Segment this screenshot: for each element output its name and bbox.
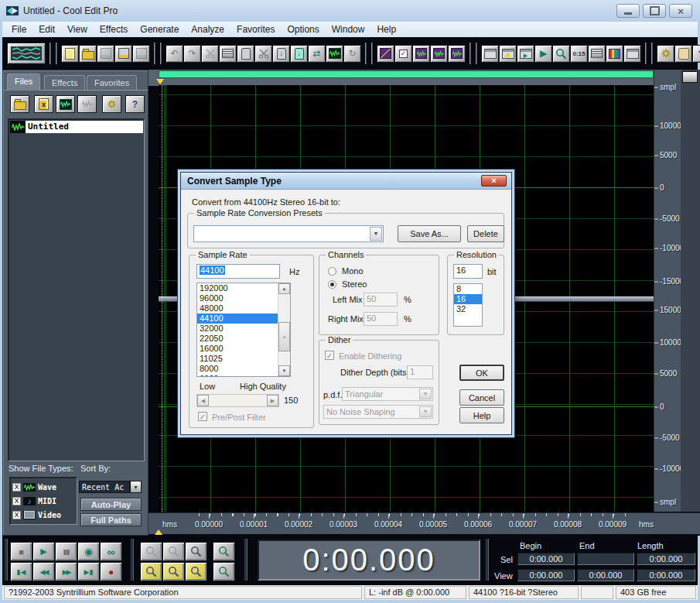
sort-dropdown-arrow[interactable]: ▼	[130, 481, 142, 493]
repeat-last-button[interactable]: ↻	[343, 45, 361, 63]
play-looped-button[interactable]: ◉	[77, 542, 100, 561]
list-option[interactable]: 16000	[197, 344, 290, 354]
spectral-view-button[interactable]	[377, 45, 394, 63]
list-option-selected[interactable]: 16	[454, 294, 482, 304]
help-button[interactable]: Help	[459, 407, 504, 423]
scroll-up-button[interactable]: ▲	[278, 283, 290, 294]
empty-window-button[interactable]	[623, 45, 641, 63]
tab-effects[interactable]: Effects	[44, 75, 85, 91]
zoom-full-button[interactable]	[185, 542, 207, 561]
list-option[interactable]: 96000	[197, 293, 290, 303]
zoom-sel-left-button[interactable]	[162, 562, 185, 581]
list-option[interactable]: 32000	[197, 324, 290, 334]
time-ruler[interactable]: hms 0.00000 0.00001 0.00002 0.00003 0.00…	[149, 512, 700, 534]
fast-forward-button[interactable]: ▶▶	[55, 562, 77, 581]
filter-midi-row[interactable]: X ♪ MIDI	[12, 494, 75, 508]
view-end-field[interactable]: 0:00.000	[577, 569, 634, 581]
resolution-input[interactable]: 16	[453, 264, 483, 279]
dialog-title-bar[interactable]: Convert Sample Type	[181, 173, 511, 190]
minimize-button[interactable]	[616, 4, 640, 18]
sample-rate-input[interactable]: 44100	[196, 264, 280, 279]
organizer-help-button[interactable]: ?	[125, 95, 145, 113]
open-file-button[interactable]	[79, 45, 97, 63]
edit-both-channels-button[interactable]	[448, 45, 466, 63]
save-as-button[interactable]	[114, 45, 132, 63]
zoom-sel-right-button[interactable]	[185, 562, 207, 581]
presets-combobox[interactable]: ▼	[193, 225, 384, 242]
dither-depth-input[interactable]: 1	[407, 365, 433, 379]
scripts-button[interactable]	[674, 45, 692, 63]
video-checkbox[interactable]: X	[12, 511, 21, 519]
maximize-button[interactable]	[643, 4, 666, 18]
play-list-button[interactable]: ▶	[517, 45, 534, 63]
menu-view[interactable]: View	[61, 22, 94, 36]
settings-button[interactable]	[657, 45, 674, 63]
zoom-in-button[interactable]	[140, 542, 162, 561]
combo-dropdown-icon[interactable]: ▼	[419, 389, 432, 399]
edit-right-channel-button[interactable]	[430, 45, 448, 63]
slider-left-arrow[interactable]: ◀	[197, 395, 209, 406]
save-as-button[interactable]: Save As...	[398, 225, 461, 242]
sel-begin-field[interactable]: 0:00.000	[517, 553, 575, 565]
trim-button[interactable]	[201, 45, 219, 63]
copy-button[interactable]	[237, 45, 254, 63]
sort-by-dropdown[interactable]: Recent Ac	[79, 481, 130, 493]
organizer-options-button[interactable]	[102, 95, 121, 113]
insert-wave-button[interactable]	[77, 95, 97, 113]
cue-list-button[interactable]	[481, 45, 499, 63]
slider-right-arrow[interactable]: ▶	[267, 395, 278, 406]
menu-help[interactable]: Help	[370, 22, 402, 36]
scroll-down-button[interactable]: ▼	[278, 365, 290, 376]
title-bar[interactable]: Untitled - Cool Edit Pro ×	[0, 0, 700, 22]
close-button[interactable]: ×	[669, 4, 692, 18]
menu-edit[interactable]: Edit	[32, 22, 61, 36]
view-length-field[interactable]: 0:00.000	[637, 569, 695, 581]
list-option[interactable]: 8000	[197, 364, 290, 374]
view-begin-field[interactable]: 0:00.000	[517, 569, 575, 581]
record-button[interactable]: ●	[100, 562, 122, 581]
loop-button[interactable]: ∞	[100, 542, 122, 561]
left-mix-input[interactable]: 50	[364, 293, 398, 307]
stereo-radio[interactable]	[328, 280, 336, 289]
list-option[interactable]: 192000	[197, 283, 290, 293]
undo-button[interactable]: ↶	[166, 45, 183, 63]
play-button[interactable]: ▶	[32, 542, 55, 561]
playhead-marker-bottom[interactable]	[155, 529, 162, 535]
combo-dropdown-icon[interactable]: ▼	[419, 406, 432, 417]
rewind-button[interactable]: ◀◀	[32, 562, 55, 581]
organizer-close-file-button[interactable]: x	[34, 95, 53, 113]
full-paths-button[interactable]: Full Paths	[80, 513, 142, 526]
play-toolbar-button[interactable]: ▶	[534, 45, 552, 63]
menu-analyze[interactable]: Analyze	[185, 22, 230, 36]
organizer-open-file-button[interactable]	[10, 95, 29, 113]
quality-slider[interactable]: ◀ ▶	[196, 394, 279, 407]
menu-options[interactable]: Options	[281, 22, 325, 36]
frequency-analysis-button[interactable]	[499, 45, 517, 63]
paste-button[interactable]: ↓	[272, 45, 290, 63]
list-item[interactable]: Untitled	[10, 121, 143, 133]
menu-favorites[interactable]: Favorites	[230, 22, 281, 36]
resolution-listbox[interactable]: 8 16 32	[453, 283, 483, 327]
paste-to-new-button[interactable]: ↓	[290, 45, 308, 63]
midi-checkbox[interactable]: X	[12, 497, 21, 505]
right-mix-input[interactable]: 50	[364, 312, 398, 326]
pre-post-filter-checkbox[interactable]: ✓	[198, 412, 207, 421]
ruler-menu-button[interactable]	[682, 71, 698, 83]
go-begin-button[interactable]: ▮◀	[10, 562, 32, 581]
menu-generate[interactable]: Generate	[134, 22, 185, 36]
zoom-vertical-in-button[interactable]	[213, 542, 235, 561]
wave-checkbox[interactable]: X	[12, 483, 21, 492]
dialog-close-button[interactable]: ×	[481, 175, 507, 187]
save-copy-button[interactable]	[132, 45, 150, 63]
menu-window[interactable]: Window	[326, 22, 371, 36]
edit-left-channel-button[interactable]	[412, 45, 430, 63]
tab-favorites[interactable]: Favorites	[87, 75, 137, 91]
zoom-selection-button[interactable]	[140, 562, 162, 581]
list-option[interactable]: 11025	[197, 354, 290, 364]
insert-multitrack-button[interactable]	[56, 95, 75, 113]
ok-button[interactable]: OK	[459, 365, 504, 381]
filter-video-row[interactable]: X Video	[12, 508, 75, 522]
convert-sample-type-button[interactable]: ⇄	[308, 45, 326, 63]
pause-button[interactable]: ▮▮	[55, 542, 77, 561]
new-file-button[interactable]	[61, 45, 79, 63]
